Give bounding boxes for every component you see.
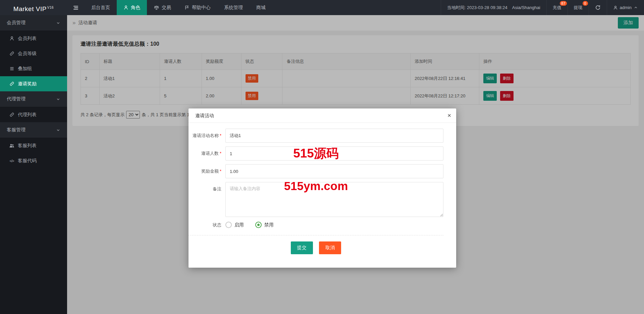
sidebar-section-members[interactable]: 会员管理 (0, 15, 67, 31)
required-asterisk: * (220, 133, 221, 138)
invite-count-input[interactable] (225, 146, 443, 161)
nav-item-label: 帮助中心 (192, 5, 211, 11)
sidebar-item-invite-reward[interactable]: 邀请奖励 (0, 76, 67, 91)
sidebar-section-support[interactable]: 客服管理 (0, 122, 67, 138)
field-label: 邀请活动名称* (189, 129, 225, 143)
activity-name-input[interactable] (225, 129, 443, 143)
chevron-down-icon (56, 21, 60, 25)
sidebar-item-stack-group[interactable]: 叠加组 (0, 61, 67, 76)
field-label: 备注 (189, 182, 225, 217)
field-label: 奖励金额* (189, 164, 225, 178)
person-icon (613, 5, 618, 10)
nav-item-label: 系统管理 (224, 5, 243, 11)
sidebar-item-label: 叠加组 (18, 66, 32, 72)
brand-text: Market VIP (13, 5, 47, 12)
local-time: 当地时间: 2023-03-28 09:38:24 Asia/Shanghai (441, 0, 546, 15)
sidebar-item-label: 代理列表 (18, 112, 37, 118)
form-row-activity-name: 邀请活动名称* (189, 129, 443, 143)
form-row-status: 状态 启用 禁用 (189, 222, 443, 228)
sidebar-item-support-code[interactable]: </> 客服代码 (0, 153, 67, 168)
nav-item-label: 商城 (256, 5, 266, 11)
nav-item-roles[interactable]: 角色 (117, 0, 147, 15)
submit-button[interactable]: 提交 (291, 241, 313, 254)
sidebar-item-member-list[interactable]: 会员列表 (0, 31, 67, 46)
nav-item-help-center[interactable]: 帮助中心 (178, 0, 217, 15)
modal-title: 邀请活动 (195, 113, 214, 118)
reward-amount-input[interactable] (225, 164, 443, 178)
cancel-button[interactable]: 取消 (319, 241, 341, 254)
flag-icon (184, 5, 190, 10)
sidebar-section-agents[interactable]: 代理管理 (0, 91, 67, 107)
nav-item-label: 后台首页 (91, 5, 110, 11)
sidebar-item-member-level[interactable]: 会员等级 (0, 46, 67, 61)
brand-logo: Market VIPV16 (0, 0, 67, 15)
radio-disable[interactable] (255, 222, 262, 228)
modal-footer: 提交 取消 (189, 235, 443, 254)
sidebar-item-label: 客服列表 (18, 143, 37, 149)
field-label: 邀请人数* (189, 146, 225, 161)
withdraw-button[interactable]: 提现 0 (568, 0, 589, 15)
sidebar-item-support-list[interactable]: 客服列表 (0, 138, 67, 153)
sidebar-item-label: 会员列表 (18, 36, 37, 42)
sidebar-item-label: 会员等级 (18, 51, 37, 57)
users-icon (9, 143, 14, 148)
modal-header: 邀请活动 × (189, 108, 456, 123)
radio-disable-label: 禁用 (264, 222, 274, 228)
nav-item-trade[interactable]: 交易 (147, 0, 178, 15)
invite-activity-modal: 邀请活动 × 515源码 515ym.com 邀请活动名称* 邀请人数* 奖励金… (189, 108, 456, 268)
required-asterisk: * (220, 169, 221, 174)
refresh-icon (595, 5, 601, 10)
chevron-up-icon (634, 5, 638, 10)
refresh-button[interactable] (589, 0, 607, 15)
recharge-badge: 87 (560, 1, 567, 6)
form-row-reward-amount: 奖励金额* (189, 164, 443, 178)
radio-enable[interactable] (225, 222, 232, 228)
nav-item-mall[interactable]: 商城 (250, 0, 272, 15)
timezone-text: Asia/Shanghai (512, 5, 540, 10)
recharge-button[interactable]: 充值 87 (546, 0, 568, 15)
modal-body: 515源码 515ym.com 邀请活动名称* 邀请人数* 奖励金额* 备注 (189, 123, 456, 254)
link-icon (9, 112, 14, 117)
form-row-remark: 备注 (189, 182, 443, 217)
status-radio-group: 启用 禁用 (225, 222, 282, 228)
username-text: admin (620, 5, 632, 10)
sidebar-item-label: 客服代码 (18, 158, 37, 164)
remark-textarea[interactable] (225, 182, 443, 217)
nav-item-label: 角色 (131, 5, 140, 11)
user-menu[interactable]: admin (607, 0, 644, 15)
sidebar: 会员管理 会员列表 会员等级 叠加组 邀请奖励 代理管理 (0, 15, 67, 314)
nav-item-dashboard[interactable]: 后台首页 (85, 0, 117, 15)
section-label: 客服管理 (7, 127, 25, 133)
nav-item-label: 交易 (162, 5, 171, 11)
sidebar-toggle-button[interactable] (67, 0, 85, 15)
radio-enable-label: 启用 (234, 222, 244, 228)
code-icon: </> (9, 159, 14, 163)
person-icon (9, 36, 14, 41)
main-menu: 后台首页 角色 交易 帮助中心 系统管理 商城 (85, 0, 272, 15)
withdraw-label: 提现 (574, 5, 583, 11)
section-label: 代理管理 (7, 96, 25, 102)
chevron-down-icon (56, 97, 60, 101)
link-icon (9, 51, 14, 56)
list-icon (9, 66, 14, 71)
nav-item-system[interactable]: 系统管理 (217, 0, 250, 15)
sidebar-item-agent-list[interactable]: 代理列表 (0, 107, 67, 122)
top-navbar: Market VIPV16 后台首页 角色 交易 帮助中心 (0, 0, 644, 15)
scales-icon (154, 5, 159, 10)
close-icon[interactable]: × (447, 108, 451, 123)
recharge-label: 充值 (553, 5, 561, 11)
section-label: 会员管理 (7, 20, 25, 26)
required-asterisk: * (220, 151, 221, 156)
hamburger-icon (73, 5, 79, 11)
local-time-text: 当地时间: 2023-03-28 09:38:24 (447, 5, 507, 11)
form-row-invite-count: 邀请人数* (189, 146, 443, 161)
brand-version: V16 (47, 6, 54, 9)
sidebar-item-label: 邀请奖励 (18, 81, 37, 87)
withdraw-badge: 0 (583, 1, 588, 6)
link-icon (9, 81, 14, 86)
chevron-down-icon (56, 128, 60, 132)
navbar-right: 当地时间: 2023-03-28 09:38:24 Asia/Shanghai … (441, 0, 644, 15)
field-label: 状态 (189, 222, 225, 228)
person-icon (123, 5, 128, 10)
